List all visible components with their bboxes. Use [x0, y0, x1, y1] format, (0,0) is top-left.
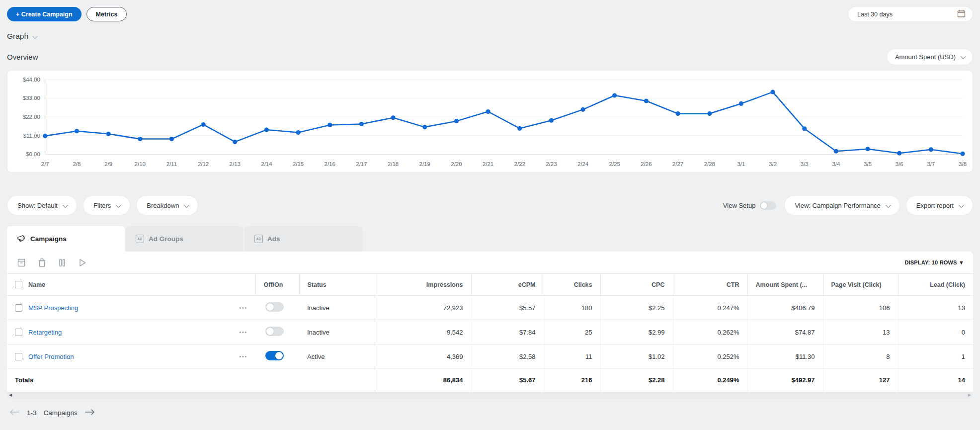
row-checkbox[interactable] [15, 304, 22, 312]
column-page-visit[interactable]: Page Visit (Click) [823, 274, 898, 296]
date-range-selector[interactable]: Last 30 days [848, 6, 973, 22]
cpc-value: $2.25 [600, 296, 673, 320]
column-lead[interactable]: Lead (Click) [898, 274, 973, 296]
overview-title: Overview [7, 53, 38, 61]
svg-text:2/26: 2/26 [641, 161, 652, 167]
svg-text:$33.00: $33.00 [23, 95, 40, 101]
lead-value: 0 [898, 320, 973, 344]
horizontal-scrollbar[interactable]: ◀ ▶ [7, 392, 973, 399]
view-setup-control: View Setup [723, 201, 777, 210]
delete-icon[interactable] [38, 258, 46, 267]
campaign-toggle[interactable] [265, 351, 284, 360]
svg-text:2/17: 2/17 [356, 161, 367, 167]
scroll-left-icon[interactable]: ◀ [9, 393, 12, 397]
totals-cpc: $2.28 [600, 369, 673, 392]
row-menu-icon[interactable]: ••• [239, 330, 247, 335]
svg-text:3/7: 3/7 [927, 161, 935, 167]
chart-metric-value: Amount Spent (USD) [895, 53, 956, 61]
show-default-dropdown[interactable]: Show: Default [7, 195, 77, 215]
svg-text:3/4: 3/4 [832, 161, 840, 167]
show-default-label: Show: Default [17, 202, 58, 209]
tab-ads-label: Ads [267, 235, 280, 243]
page-visit-value: 13 [823, 320, 898, 344]
column-name: Name [28, 281, 45, 288]
amount-spent-value: $74.87 [747, 320, 823, 344]
create-campaign-button[interactable]: + Create Campaign [7, 7, 82, 21]
amount-spent-line-chart[interactable]: $44.00$33.00$22.00$11.00$0.002/72/82/92/… [9, 72, 971, 171]
export-report-label: Export report [916, 202, 954, 209]
chevron-down-icon [116, 202, 120, 209]
column-clicks[interactable]: Clicks [544, 274, 600, 296]
entity-tabs: Campaigns AD Ad Groups AD Ads [0, 215, 980, 252]
clicks-value: 11 [544, 344, 600, 369]
svg-text:2/27: 2/27 [672, 161, 683, 167]
scroll-right-icon[interactable]: ▶ [968, 393, 971, 397]
svg-text:2/21: 2/21 [483, 161, 493, 167]
table-row: Offer Promotion ••• Active 4,369 $2.58 1… [7, 344, 973, 369]
view-setup-toggle[interactable] [760, 201, 776, 210]
chevron-down-icon [961, 53, 965, 61]
chart-metric-selector[interactable]: Amount Spent (USD) [887, 49, 973, 65]
impressions-value: 72,923 [375, 296, 471, 320]
campaign-name-link[interactable]: MSP Prospecting [28, 304, 78, 312]
campaign-toggle[interactable] [265, 302, 284, 312]
svg-text:$11.00: $11.00 [23, 133, 40, 139]
row-checkbox[interactable] [15, 353, 22, 360]
overview-row: Overview Amount Spent (USD) [0, 41, 980, 65]
campaign-toggle[interactable] [265, 327, 284, 336]
row-menu-icon[interactable]: ••• [239, 354, 247, 359]
svg-text:2/19: 2/19 [419, 161, 430, 167]
export-report-dropdown[interactable]: Export report [906, 195, 973, 215]
lead-value: 1 [898, 344, 973, 369]
row-checkbox[interactable] [15, 329, 22, 336]
table-row: Retargeting ••• Inactive 9,542 $7.84 25 … [7, 320, 973, 344]
impressions-value: 9,542 [375, 320, 471, 344]
ecpm-value: $5.57 [471, 296, 544, 320]
totals-label: Totals [7, 369, 255, 392]
totals-page-visit: 127 [823, 369, 898, 392]
table-toolbar: DISPLAY: 10 ROWS ▼ [7, 252, 973, 273]
metrics-button[interactable]: Metrics [86, 7, 127, 21]
page-visit-value: 106 [823, 296, 898, 320]
campaign-manager-page: + Create Campaign Metrics Last 30 days G… [0, 0, 980, 430]
svg-text:2/24: 2/24 [577, 161, 589, 167]
play-icon[interactable] [78, 258, 86, 267]
tab-ad-groups[interactable]: AD Ad Groups [126, 226, 244, 252]
archive-icon[interactable] [17, 258, 26, 267]
column-impressions[interactable]: Impressions [375, 274, 471, 296]
svg-text:3/5: 3/5 [864, 161, 872, 167]
svg-text:2/9: 2/9 [104, 161, 112, 167]
breakdown-dropdown[interactable]: Breakdown [136, 195, 198, 215]
date-range-value: Last 30 days [857, 11, 893, 18]
svg-text:2/12: 2/12 [198, 161, 209, 167]
next-page-arrow-icon[interactable] [84, 409, 95, 417]
graph-chevron-down-icon[interactable] [32, 32, 36, 41]
filters-dropdown[interactable]: Filters [83, 195, 130, 215]
tab-ads[interactable]: AD Ads [245, 226, 362, 252]
view-label: View: Campaign Performance [795, 202, 880, 209]
column-off-on[interactable]: Off/On [255, 274, 299, 296]
ecpm-value: $2.58 [471, 344, 544, 369]
svg-text:2/7: 2/7 [41, 161, 49, 167]
column-ctr[interactable]: CTR [673, 274, 747, 296]
top-bar: + Create Campaign Metrics Last 30 days [0, 0, 980, 22]
svg-text:2/13: 2/13 [230, 161, 241, 167]
tab-campaigns[interactable]: Campaigns [7, 226, 125, 252]
display-rows-selector[interactable]: DISPLAY: 10 ROWS ▼ [904, 259, 964, 265]
campaign-name-link[interactable]: Retargeting [28, 329, 62, 336]
impressions-value: 4,369 [375, 344, 471, 369]
column-ecpm[interactable]: eCPM [471, 274, 544, 296]
svg-text:3/2: 3/2 [769, 161, 777, 167]
column-status[interactable]: Status [299, 274, 375, 296]
view-dropdown[interactable]: View: Campaign Performance [784, 195, 899, 215]
svg-text:2/25: 2/25 [609, 161, 620, 167]
campaign-name-link[interactable]: Offer Promotion [28, 353, 74, 360]
cpc-value: $1.02 [600, 344, 673, 369]
column-cpc[interactable]: CPC [600, 274, 673, 296]
pause-icon[interactable] [58, 258, 66, 267]
svg-text:3/6: 3/6 [896, 161, 903, 167]
prev-page-arrow-icon[interactable] [9, 409, 20, 417]
select-all-checkbox[interactable] [15, 281, 22, 288]
row-menu-icon[interactable]: ••• [239, 305, 247, 311]
column-amount-spent[interactable]: Amount Spent (... [747, 274, 823, 296]
